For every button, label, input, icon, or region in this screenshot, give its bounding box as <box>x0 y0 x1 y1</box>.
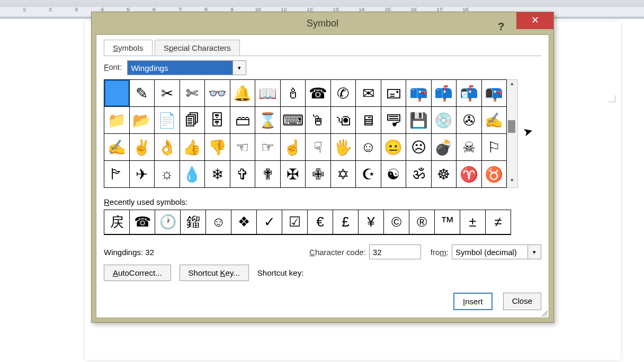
symbol-cell[interactable]: 🗄 <box>205 107 230 134</box>
resize-grip[interactable] <box>540 309 548 316</box>
recent-symbol-cell[interactable]: ® <box>409 210 435 234</box>
recent-symbol-cell[interactable]: ☺ <box>206 210 231 234</box>
symbol-cell[interactable]: 📖 <box>255 80 281 107</box>
from-combobox[interactable]: ▾ <box>452 245 541 259</box>
recent-symbol-cell[interactable]: ± <box>460 210 486 234</box>
symbol-cell[interactable]: ✌ <box>130 134 155 161</box>
tab-special-characters[interactable]: Special Characters <box>155 40 240 55</box>
recent-symbol-cell[interactable]: ☎ <box>130 210 155 234</box>
from-input[interactable] <box>452 245 527 259</box>
symbol-cell[interactable]: 📬 <box>457 80 482 107</box>
from-dropdown-button[interactable]: ▾ <box>527 245 541 259</box>
symbol-cell[interactable]: ☼ <box>155 161 180 188</box>
recent-symbol-cell[interactable]: £ <box>333 210 359 234</box>
symbol-cell[interactable]: 💧 <box>180 161 205 188</box>
recent-symbol-cell[interactable]: ✓ <box>257 210 282 234</box>
recent-symbol-cell[interactable]: © <box>384 210 409 234</box>
recent-symbol-cell[interactable]: ¥ <box>359 210 384 234</box>
symbol-cell[interactable]: ॐ <box>406 161 432 188</box>
symbol-cell[interactable]: ✠ <box>281 161 306 188</box>
symbol-cell[interactable]: ☜ <box>230 134 256 161</box>
recent-symbol-cell[interactable]: ❖ <box>231 210 257 234</box>
symbol-cell[interactable]: 🖐 <box>331 134 356 161</box>
symbol-cell[interactable]: 🗃 <box>230 107 256 134</box>
symbol-cell[interactable]: ⌨ <box>281 107 306 134</box>
recent-symbol-cell[interactable]: ≠ <box>486 210 511 234</box>
recent-symbol-cell[interactable]: 鎦 <box>181 210 206 234</box>
symbol-cell[interactable]: 📫 <box>432 80 457 107</box>
symbol-cell[interactable]: ⚐ <box>482 134 507 161</box>
symbol-cell[interactable]: ✞ <box>230 161 256 188</box>
symbol-cell[interactable]: ⌛ <box>255 107 281 134</box>
symbol-cell[interactable]: 💾 <box>406 107 432 134</box>
symbol-cell[interactable]: ✡ <box>331 161 356 188</box>
symbol-cell[interactable]: 🖲 <box>331 107 356 134</box>
symbol-cell[interactable]: ☹ <box>406 134 432 161</box>
symbol-cell[interactable]: ✇ <box>457 107 482 134</box>
grid-scrollbar[interactable]: ▴ ▾ <box>507 79 518 188</box>
symbol-cell[interactable]: ✈ <box>130 161 155 188</box>
symbol-cell[interactable]: 📁 <box>104 107 130 134</box>
recent-symbol-cell[interactable]: ™ <box>435 210 460 234</box>
symbol-cell[interactable]: 🖥 <box>356 107 381 134</box>
symbol-cell[interactable]: 🖃 <box>381 80 407 107</box>
symbol-cell[interactable]: 👌 <box>155 134 180 161</box>
symbol-cell[interactable]: ☠ <box>457 134 482 161</box>
symbol-cell[interactable]: ☟ <box>306 134 331 161</box>
symbol-cell[interactable]: ✟ <box>255 161 281 188</box>
autocorrect-button[interactable]: AutoCorrect... <box>104 265 171 281</box>
insert-button[interactable]: Insert <box>453 293 493 310</box>
close-button[interactable]: Close <box>503 293 541 310</box>
tab-symbols[interactable]: Symbols <box>104 40 153 56</box>
symbol-cell[interactable]: 💣 <box>432 134 457 161</box>
symbol-cell[interactable]: 👍 <box>180 134 205 161</box>
symbol-cell[interactable]: ✆ <box>331 80 356 107</box>
symbol-cell[interactable]: ✙ <box>306 161 331 188</box>
help-button[interactable]: ? <box>494 15 508 29</box>
symbol-cell[interactable]: ☯ <box>381 161 407 188</box>
symbol-cell[interactable]: ✍ <box>482 107 507 134</box>
symbol-cell[interactable]: 🕯 <box>281 80 306 107</box>
symbol-cell[interactable]: 👎 <box>205 134 230 161</box>
font-combobox[interactable]: ▾ <box>127 60 246 75</box>
symbol-cell[interactable]: ✂ <box>155 80 180 107</box>
symbol-cell[interactable]: ♈ <box>457 161 482 188</box>
symbol-cell[interactable]: 🖦 <box>381 107 407 134</box>
symbol-cell[interactable]: ✄ <box>180 80 205 107</box>
symbol-cell[interactable]: 📂 <box>130 107 155 134</box>
symbol-cell[interactable]: ✉ <box>356 80 381 107</box>
recent-symbol-cell[interactable]: 🕐 <box>155 210 181 234</box>
symbol-cell[interactable]: ☪ <box>356 161 381 188</box>
recent-symbol-cell[interactable]: ☑ <box>282 210 308 234</box>
symbol-cell[interactable]: 💿 <box>432 107 457 134</box>
symbol-cell[interactable]: ☝ <box>281 134 306 161</box>
symbol-cell[interactable]: 🔔 <box>230 80 256 107</box>
scroll-up-button[interactable]: ▴ <box>507 80 517 91</box>
symbol-cell[interactable]: 📄 <box>155 107 180 134</box>
scroll-track[interactable] <box>507 91 517 177</box>
scroll-down-button[interactable]: ▾ <box>507 177 517 187</box>
symbol-cell[interactable]: 🖱 <box>306 107 331 134</box>
symbol-cell[interactable]: ✍ <box>104 134 130 161</box>
symbol-cell[interactable]: ✎ <box>130 80 155 107</box>
close-x-button[interactable]: ✕ <box>516 12 553 29</box>
symbol-cell[interactable]: ❄ <box>205 161 230 188</box>
symbol-cell[interactable]: ☞ <box>255 134 281 161</box>
recent-symbol-cell[interactable]: € <box>308 210 333 234</box>
symbol-cell[interactable]: 😐 <box>381 134 407 161</box>
symbol-cell[interactable] <box>104 80 130 107</box>
symbol-cell[interactable]: ☎ <box>306 80 331 107</box>
scroll-thumb[interactable] <box>508 120 515 133</box>
recent-symbol-cell[interactable]: 戻 <box>104 210 130 234</box>
symbol-cell[interactable]: ♉ <box>482 161 507 188</box>
symbol-cell[interactable]: ☺ <box>356 134 381 161</box>
font-dropdown-button[interactable]: ▾ <box>232 61 246 75</box>
char-code-input[interactable] <box>369 245 421 259</box>
symbol-cell[interactable]: 📭 <box>482 80 507 107</box>
symbol-cell[interactable]: ☸ <box>432 161 457 188</box>
symbol-cell[interactable]: 🏱 <box>104 161 130 188</box>
font-input[interactable] <box>128 61 232 75</box>
symbol-cell[interactable]: 📪 <box>406 80 432 107</box>
symbol-cell[interactable]: 🗐 <box>180 107 205 134</box>
shortcut-key-button[interactable]: Shortcut Key... <box>180 265 249 281</box>
